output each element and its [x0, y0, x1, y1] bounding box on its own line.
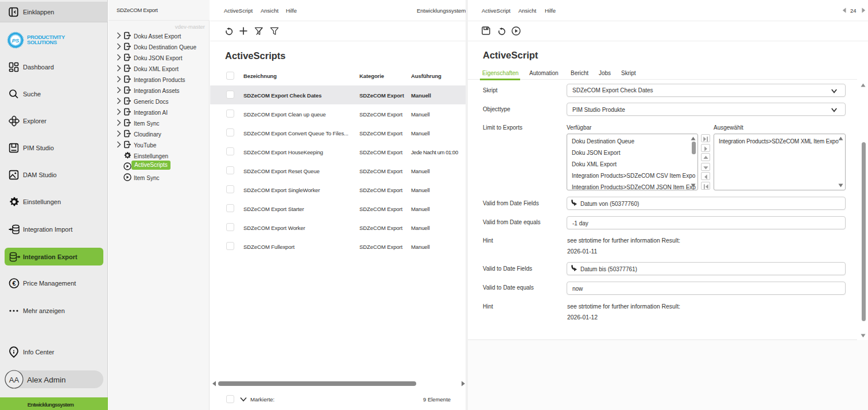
svg-text:PS: PS [12, 37, 20, 44]
svg-text:AA: AA [9, 376, 20, 384]
svg-text:€: € [12, 280, 16, 287]
